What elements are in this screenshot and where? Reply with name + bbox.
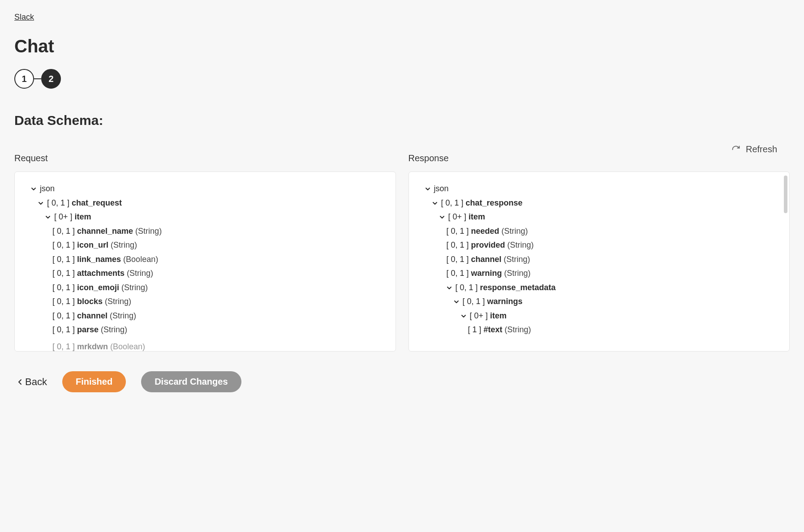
request-panel: json[ 0, 1 ] chat_request[ 0+ ] item[ 0,… bbox=[14, 172, 396, 352]
tree-node: [ 0, 1 ] needed (String) bbox=[420, 224, 779, 239]
field-name: response_metadata bbox=[480, 283, 556, 292]
tree-node[interactable]: [ 0, 1 ] chat_request bbox=[26, 196, 385, 210]
refresh-icon bbox=[731, 145, 740, 154]
response-column: Response json[ 0, 1 ] chat_response[ 0+ … bbox=[408, 146, 790, 352]
field-name: link_names bbox=[77, 255, 121, 264]
tree-node: [ 0, 1 ] blocks (String) bbox=[26, 295, 385, 309]
tree-node[interactable]: [ 0, 1 ] chat_response bbox=[420, 196, 779, 210]
chevron-down-icon[interactable] bbox=[425, 186, 431, 192]
tree-root-label: json bbox=[434, 184, 449, 193]
request-column: Request json[ 0, 1 ] chat_request[ 0+ ] … bbox=[14, 146, 396, 352]
cardinality: [ 0, 1 ] bbox=[52, 342, 77, 351]
chevron-down-icon[interactable] bbox=[432, 201, 439, 206]
field-type: (String) bbox=[110, 311, 136, 320]
request-label: Request bbox=[14, 153, 396, 163]
chevron-down-icon[interactable] bbox=[439, 215, 446, 220]
cardinality: [ 0, 1 ] bbox=[441, 198, 466, 207]
field-type: (String) bbox=[502, 227, 528, 236]
field-name: parse bbox=[77, 325, 99, 334]
chevron-down-icon[interactable] bbox=[454, 299, 460, 305]
tree-node[interactable]: [ 0, 1 ] warnings bbox=[420, 295, 779, 309]
tree-node[interactable]: [ 0+ ] item bbox=[420, 309, 779, 323]
field-name: chat_request bbox=[72, 198, 122, 207]
breadcrumb-slack[interactable]: Slack bbox=[14, 13, 34, 22]
cardinality: [ 0, 1 ] bbox=[52, 297, 77, 306]
field-name: item bbox=[490, 311, 507, 320]
step-1[interactable]: 1 bbox=[14, 69, 34, 89]
tree-node[interactable]: [ 0+ ] item bbox=[26, 210, 385, 224]
field-name: blocks bbox=[77, 297, 103, 306]
cardinality: [ 0+ ] bbox=[470, 311, 490, 320]
field-type: (String) bbox=[505, 325, 531, 334]
scrollbar-thumb[interactable] bbox=[784, 176, 787, 213]
cardinality: [ 0, 1 ] bbox=[447, 227, 471, 236]
footer-actions: Back Finished Discard Changes bbox=[14, 371, 790, 392]
cardinality: [ 0, 1 ] bbox=[52, 283, 77, 292]
tree-node: [ 0, 1 ] attachments (String) bbox=[26, 266, 385, 281]
tree-root[interactable]: json bbox=[26, 182, 385, 196]
tree-node: [ 0, 1 ] channel_name (String) bbox=[26, 224, 385, 239]
tree-node: [ 1 ] #text (String) bbox=[420, 323, 779, 337]
tree-node: [ 0, 1 ] warning (String) bbox=[420, 266, 779, 281]
tree-node: [ 0, 1 ] link_names (Boolean) bbox=[26, 253, 385, 267]
field-name: warnings bbox=[487, 297, 523, 306]
cardinality: [ 0+ ] bbox=[54, 212, 75, 221]
section-heading: Data Schema: bbox=[14, 113, 790, 128]
chevron-down-icon[interactable] bbox=[447, 285, 453, 291]
field-name: channel bbox=[77, 311, 107, 320]
step-2[interactable]: 2 bbox=[41, 69, 61, 89]
field-type: (String) bbox=[135, 227, 162, 236]
chevron-down-icon[interactable] bbox=[45, 215, 52, 220]
field-name: warning bbox=[471, 269, 502, 278]
field-type: (String) bbox=[101, 325, 127, 334]
field-name: channel_name bbox=[77, 227, 133, 236]
response-label: Response bbox=[408, 153, 790, 163]
tree-node[interactable]: [ 0, 1 ] response_metadata bbox=[420, 281, 779, 295]
chevron-down-icon[interactable] bbox=[38, 201, 44, 206]
step-connector bbox=[34, 78, 41, 79]
tree-node: [ 0, 1 ] channel (String) bbox=[26, 309, 385, 323]
tree-root-label: json bbox=[40, 184, 55, 193]
field-name: needed bbox=[471, 227, 499, 236]
cardinality: [ 0, 1 ] bbox=[447, 240, 471, 249]
response-panel: json[ 0, 1 ] chat_response[ 0+ ] item[ 0… bbox=[408, 172, 790, 352]
cardinality: [ 0, 1 ] bbox=[463, 297, 487, 306]
tree-node: [ 0, 1 ] provided (String) bbox=[420, 238, 779, 253]
cardinality: [ 0, 1 ] bbox=[52, 325, 77, 334]
cardinality: [ 1 ] bbox=[468, 325, 484, 334]
tree-node[interactable]: [ 0+ ] item bbox=[420, 210, 779, 224]
field-type: (String) bbox=[121, 283, 148, 292]
tree-node: [ 0, 1 ] icon_emoji (String) bbox=[26, 281, 385, 295]
field-type: (String) bbox=[504, 269, 531, 278]
chevron-down-icon[interactable] bbox=[31, 186, 37, 192]
cardinality: [ 0, 1 ] bbox=[52, 227, 77, 236]
finished-button[interactable]: Finished bbox=[62, 371, 126, 392]
refresh-label: Refresh bbox=[746, 144, 777, 154]
tree-node: [ 0, 1 ] channel (String) bbox=[420, 253, 779, 267]
cardinality: [ 0, 1 ] bbox=[52, 311, 77, 320]
discard-button[interactable]: Discard Changes bbox=[141, 371, 241, 392]
field-name: mrkdwn bbox=[77, 342, 108, 351]
back-button[interactable]: Back bbox=[18, 376, 47, 388]
field-type: (Boolean) bbox=[110, 342, 145, 351]
chevron-down-icon[interactable] bbox=[461, 313, 467, 319]
refresh-button[interactable]: Refresh bbox=[731, 144, 777, 154]
stepper: 1 2 bbox=[14, 69, 790, 89]
cardinality: [ 0, 1 ] bbox=[456, 283, 480, 292]
field-name: channel bbox=[471, 255, 502, 264]
field-type: (String) bbox=[105, 297, 131, 306]
field-name: chat_response bbox=[466, 198, 523, 207]
cardinality: [ 0, 1 ] bbox=[447, 269, 471, 278]
chevron-left-icon bbox=[18, 376, 22, 388]
field-type: (String) bbox=[111, 240, 137, 249]
tree-root[interactable]: json bbox=[420, 182, 779, 196]
field-type: (String) bbox=[127, 269, 153, 278]
cardinality: [ 0, 1 ] bbox=[52, 269, 77, 278]
cardinality: [ 0, 1 ] bbox=[447, 255, 471, 264]
field-type: (String) bbox=[507, 240, 534, 249]
field-name: #text bbox=[484, 325, 503, 334]
cardinality: [ 0, 1 ] bbox=[47, 198, 72, 207]
back-label: Back bbox=[25, 376, 47, 388]
field-name: attachments bbox=[77, 269, 125, 278]
field-name: icon_url bbox=[77, 240, 108, 249]
